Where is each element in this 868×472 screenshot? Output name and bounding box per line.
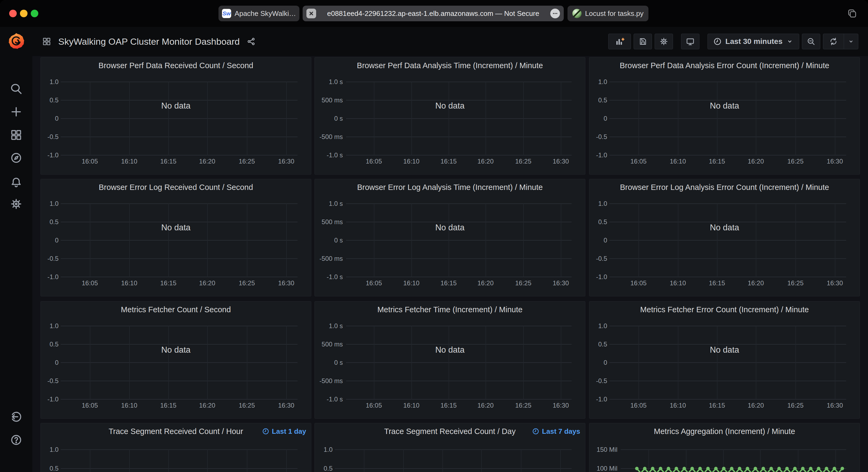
grid-line-vertical bbox=[374, 326, 374, 399]
grid-line-vertical bbox=[561, 82, 561, 155]
browser-tab-locust[interactable]: Locust for tasks.py bbox=[567, 6, 648, 21]
grid-line-vertical bbox=[129, 82, 130, 155]
x-axis-tick-label: 16:20 bbox=[467, 402, 504, 409]
y-axis-tick-label: 1.0 s bbox=[315, 200, 343, 208]
grid-line-horizontal bbox=[346, 240, 571, 241]
grid-line-vertical bbox=[247, 326, 247, 399]
add-panel-button[interactable] bbox=[608, 34, 631, 49]
sidebar-item-explore[interactable] bbox=[0, 152, 32, 164]
x-axis-tick-label: 16:15 bbox=[430, 279, 467, 287]
x-axis-tick-label: 16:05 bbox=[620, 158, 657, 165]
sidebar-item-search[interactable] bbox=[0, 82, 32, 95]
grid-line-horizontal bbox=[61, 468, 298, 469]
panel-chart: 1.00.5No data bbox=[41, 423, 311, 472]
refresh-button[interactable] bbox=[823, 34, 844, 49]
grid-line-vertical bbox=[835, 82, 835, 155]
y-axis-tick-label: 1.0 s bbox=[315, 322, 343, 330]
panel-chart: 150 Mil100 Mil bbox=[589, 423, 860, 472]
panel-chart: 1.00.50-0.5-1.016:0516:1016:1516:2016:25… bbox=[41, 57, 311, 174]
x-axis-tick-label: 16:15 bbox=[698, 402, 736, 409]
grafana-sidebar bbox=[0, 27, 32, 472]
panel-metrics-aggregation: Metrics Aggregation (Increment) / Minute… bbox=[589, 423, 860, 472]
browser-tab-skywalking[interactable]: Sw Apache SkyWalki… bbox=[218, 6, 300, 21]
no-data-label: No data bbox=[315, 344, 585, 356]
y-axis-tick-label: -1.0 s bbox=[315, 273, 343, 281]
x-axis-tick-label: 16:30 bbox=[267, 279, 305, 287]
x-axis-tick-label: 16:10 bbox=[110, 402, 148, 409]
x-axis-tick-label: 16:10 bbox=[110, 279, 148, 287]
grid-line-vertical bbox=[90, 450, 90, 472]
panel-chart: 1.00.50-0.5-1.016:0516:1016:1516:2016:25… bbox=[41, 301, 311, 418]
share-icon[interactable] bbox=[247, 37, 255, 46]
panel-chart: 1.00.5No data bbox=[315, 423, 585, 472]
grid-line-vertical bbox=[286, 82, 287, 155]
dashboard-settings-button[interactable] bbox=[655, 34, 673, 49]
window-zoom-button[interactable] bbox=[31, 10, 38, 17]
sidebar-item-help[interactable] bbox=[0, 434, 32, 446]
no-data-label: No data bbox=[41, 222, 311, 233]
grid-line-vertical bbox=[678, 326, 678, 399]
grid-line-horizontal bbox=[61, 118, 298, 119]
x-axis-tick-label: 16:15 bbox=[430, 158, 467, 165]
cycle-view-mode-button[interactable] bbox=[681, 34, 700, 49]
grid-line-vertical bbox=[411, 204, 412, 277]
grid-line-vertical bbox=[486, 82, 486, 155]
grafana-logo[interactable] bbox=[0, 32, 32, 50]
grid-line-vertical bbox=[835, 326, 835, 399]
x-axis-tick-label: 16:20 bbox=[467, 279, 504, 287]
address-url: e0881eed4-22961232.ap-east-1.elb.amazona… bbox=[327, 9, 539, 18]
time-range-picker[interactable]: Last 30 minutes bbox=[708, 34, 799, 49]
grid-line-vertical bbox=[168, 450, 169, 472]
browser-tab-active[interactable]: e0881eed4-22961232.ap-east-1.elb.amazona… bbox=[303, 6, 564, 21]
y-axis-tick-label: 100 Mil bbox=[589, 465, 617, 472]
refresh-button-group bbox=[823, 34, 858, 49]
x-axis-tick-label: 16:25 bbox=[777, 158, 814, 165]
y-axis-tick-label: -1.0 bbox=[41, 151, 59, 159]
save-dashboard-button[interactable] bbox=[633, 34, 652, 49]
grid-line-vertical bbox=[374, 82, 374, 155]
grid-line-vertical bbox=[207, 450, 208, 472]
tab-more-icon[interactable] bbox=[550, 9, 560, 18]
grid-line-vertical bbox=[796, 82, 796, 155]
grid-line-horizontal bbox=[346, 203, 571, 204]
sidebar-item-configuration[interactable] bbox=[0, 198, 32, 210]
y-axis-tick-label: -1.0 bbox=[589, 395, 607, 403]
no-data-label: No data bbox=[41, 100, 311, 111]
grid-line-vertical bbox=[247, 450, 247, 472]
no-data-label: No data bbox=[589, 222, 860, 233]
sidebar-item-alerting[interactable] bbox=[0, 176, 32, 188]
x-axis-tick-label: 16:25 bbox=[228, 158, 266, 165]
sidebar-item-create[interactable] bbox=[0, 106, 32, 118]
grid-line-horizontal bbox=[346, 399, 571, 400]
y-axis-tick-label: -500 ms bbox=[315, 377, 343, 385]
x-axis-tick-label: 16:05 bbox=[71, 279, 109, 287]
grid-line-horizontal bbox=[61, 240, 298, 241]
x-axis-tick-label: 16:05 bbox=[355, 402, 393, 409]
window-minimize-button[interactable] bbox=[20, 10, 28, 17]
grafana-app: SkyWalking OAP Cluster Monitor Dashboard bbox=[0, 27, 868, 472]
grid-line-vertical bbox=[523, 82, 524, 155]
series-line bbox=[621, 466, 846, 472]
no-data-label: No data bbox=[589, 344, 860, 356]
x-axis-tick-label: 16:20 bbox=[737, 279, 775, 287]
zoom-out-button[interactable] bbox=[802, 34, 820, 49]
sidebar-item-dashboards[interactable] bbox=[0, 129, 32, 141]
browser-chrome: Sw Apache SkyWalki… e0881eed4-22961232.a… bbox=[0, 0, 868, 27]
grid-line-vertical bbox=[374, 204, 374, 277]
y-axis-tick-label: 0 bbox=[589, 114, 607, 123]
dashboard-toolbar: Last 30 minutes bbox=[608, 34, 858, 49]
tab-overview-icon[interactable] bbox=[846, 7, 858, 20]
grid-line-vertical bbox=[247, 204, 247, 277]
window-close-button[interactable] bbox=[9, 10, 17, 17]
x-axis-tick-label: 16:10 bbox=[110, 158, 148, 165]
y-axis-tick-label: 1.0 bbox=[589, 78, 607, 86]
tab-close-icon[interactable] bbox=[306, 9, 316, 18]
sidebar-item-sign-in[interactable] bbox=[0, 411, 32, 423]
y-axis-tick-label: -1.0 bbox=[41, 273, 59, 281]
grid-line-horizontal bbox=[346, 155, 571, 156]
dashboard-title[interactable]: SkyWalking OAP Cluster Monitor Dashboard bbox=[58, 36, 240, 47]
refresh-interval-dropdown[interactable] bbox=[844, 34, 858, 49]
grid-line-vertical bbox=[168, 204, 169, 277]
grid-line-vertical bbox=[247, 82, 247, 155]
grid-line-vertical bbox=[448, 82, 449, 155]
